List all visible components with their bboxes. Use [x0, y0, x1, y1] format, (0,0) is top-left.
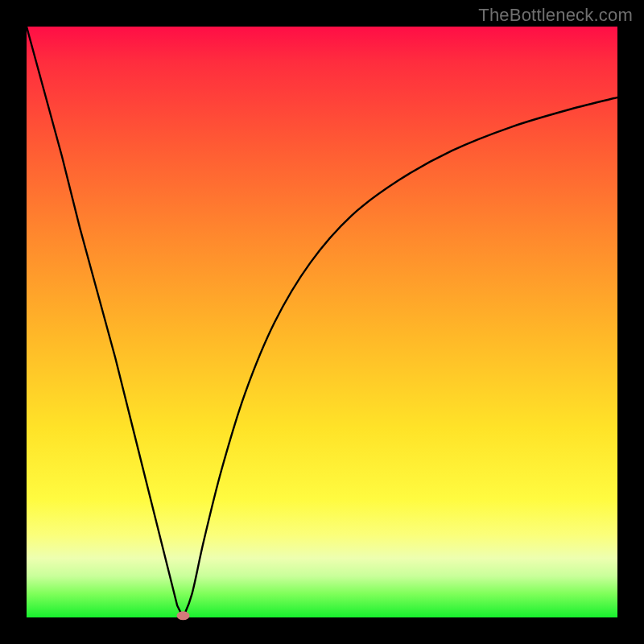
- chart-frame: TheBottleneck.com: [0, 0, 644, 644]
- right-branch-line: [184, 97, 617, 617]
- left-branch-line: [27, 27, 184, 617]
- watermark-text: TheBottleneck.com: [478, 5, 633, 26]
- curve-layer: [27, 27, 617, 617]
- plot-area: [27, 27, 617, 617]
- valley-marker: [177, 611, 190, 620]
